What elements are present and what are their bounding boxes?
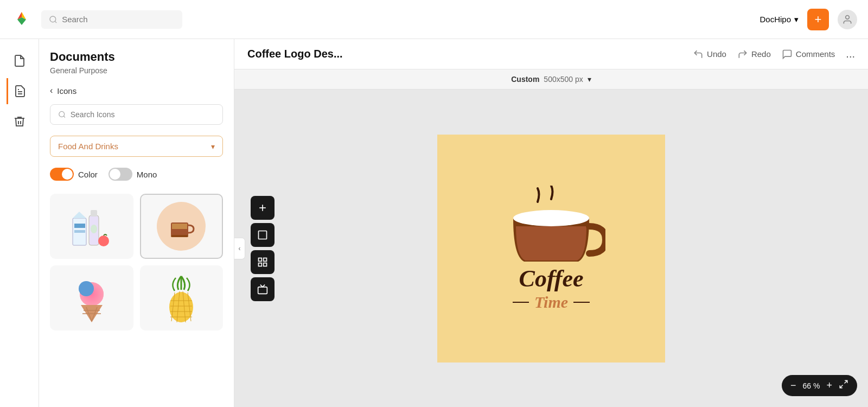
doc-title: Coffee Logo Des...	[247, 48, 343, 60]
mono-toggle-item[interactable]: Mono	[108, 168, 157, 181]
logo[interactable]	[11, 8, 33, 31]
svg-rect-42	[259, 258, 262, 261]
search-input[interactable]	[62, 15, 175, 24]
document-icon	[13, 54, 26, 67]
header-right: DocHipo ▾ +	[760, 9, 857, 30]
icons-grid	[50, 194, 223, 330]
svg-rect-44	[259, 263, 262, 266]
zoom-out-button[interactable]: −	[790, 380, 796, 391]
canvas-workspace: ‹	[234, 90, 868, 407]
elements-icon	[14, 85, 27, 98]
canvas-size-bar: Custom 500x500 px ▾	[234, 69, 868, 90]
crop-tool[interactable]	[251, 223, 275, 247]
svg-point-14	[91, 225, 97, 233]
header: DocHipo ▾ +	[0, 0, 868, 39]
sidebar-item-document[interactable]	[7, 48, 33, 74]
svg-rect-45	[264, 263, 267, 266]
zoom-in-tool[interactable]	[251, 196, 275, 220]
zoom-in-button[interactable]: +	[826, 380, 832, 391]
undo-button[interactable]: Undo	[693, 49, 726, 60]
svg-rect-17	[172, 224, 187, 229]
svg-rect-11	[74, 230, 85, 233]
panel: Documents General Purpose ‹ Icons Food A…	[39, 39, 234, 407]
category-dropdown[interactable]: Food And Drinks ▾	[50, 136, 223, 157]
canvas-toolbar: Coffee Logo Des... Undo Redo	[234, 39, 868, 69]
svg-rect-18	[171, 235, 188, 237]
pineapple-icon	[165, 274, 197, 322]
svg-point-15	[98, 236, 109, 246]
icon-sidebar	[0, 39, 39, 407]
search-bar[interactable]	[41, 10, 182, 29]
svg-point-3	[846, 15, 850, 19]
back-arrow[interactable]: ‹	[50, 86, 53, 96]
zoom-value: 66 %	[803, 381, 820, 390]
coffee-cup-canvas-icon	[497, 186, 605, 272]
svg-point-47	[513, 210, 589, 226]
add-button[interactable]: +	[807, 9, 829, 30]
panel-subtitle: General Purpose	[50, 66, 223, 75]
time-text: Time	[534, 293, 568, 311]
svg-point-24	[79, 281, 94, 296]
animation-tool[interactable]	[251, 277, 275, 301]
redo-icon	[737, 49, 748, 60]
svg-rect-41	[259, 231, 267, 239]
canvas-size-chevron-icon[interactable]: ▾	[588, 75, 591, 84]
toggle-row: Color Mono	[50, 168, 223, 181]
coffee-text: Coffee	[513, 267, 590, 291]
search-icons-bar[interactable]	[50, 104, 223, 125]
icon-card-icecream[interactable]	[50, 265, 133, 330]
search-icons-icon	[58, 110, 66, 119]
search-icons-input[interactable]	[71, 110, 215, 119]
fullscreen-icon	[839, 379, 848, 389]
user-avatar[interactable]	[838, 10, 857, 29]
color-toggle[interactable]	[50, 168, 74, 181]
icon-card-coffee-mug[interactable]	[140, 194, 224, 259]
svg-marker-9	[73, 212, 86, 218]
mono-toggle[interactable]	[108, 168, 132, 181]
section-label: Icons	[57, 86, 76, 96]
panel-section-header[interactable]: ‹ Icons	[50, 86, 223, 96]
fullscreen-button[interactable]	[839, 379, 848, 392]
comments-icon	[782, 49, 793, 60]
animation-icon	[257, 284, 268, 295]
user-icon	[842, 14, 853, 25]
canvas-side-tools	[251, 196, 275, 301]
svg-line-48	[845, 380, 847, 383]
svg-rect-43	[264, 258, 267, 261]
zoom-bar: − 66 % +	[782, 375, 857, 396]
grid-icon	[257, 257, 268, 268]
icon-card-pineapple[interactable]	[140, 265, 224, 330]
svg-line-7	[63, 116, 65, 118]
collapse-panel-button[interactable]: ‹	[234, 238, 245, 259]
canvas-area: Coffee Logo Des... Undo Redo	[234, 39, 868, 407]
svg-rect-10	[74, 224, 85, 228]
sidebar-item-elements[interactable]	[7, 78, 33, 104]
comments-button[interactable]: Comments	[782, 49, 835, 60]
undo-icon	[693, 49, 704, 60]
icecream-icon	[73, 274, 111, 322]
coffee-mug-small-icon	[167, 212, 196, 241]
redo-button[interactable]: Redo	[737, 49, 771, 60]
plus-icon	[257, 202, 268, 213]
icon-card-food[interactable]	[50, 194, 133, 259]
svg-rect-46	[258, 287, 267, 294]
trash-icon	[13, 115, 26, 128]
color-toggle-item[interactable]: Color	[50, 168, 98, 181]
search-icon	[49, 15, 58, 24]
crop-icon	[257, 230, 268, 240]
svg-line-2	[55, 21, 56, 23]
more-button[interactable]: ...	[846, 48, 855, 60]
svg-rect-13	[91, 210, 97, 217]
svg-point-6	[59, 111, 65, 117]
dochipo-menu[interactable]: DocHipo ▾	[760, 15, 799, 24]
toolbar-actions: Undo Redo Comments ...	[693, 48, 855, 60]
svg-point-1	[50, 16, 56, 22]
sidebar-item-trash[interactable]	[7, 109, 33, 135]
panel-title: Documents	[50, 50, 223, 64]
food-icon	[70, 202, 113, 251]
dropdown-chevron-icon: ▾	[211, 142, 215, 151]
svg-line-49	[840, 385, 843, 388]
grid-tool[interactable]	[251, 250, 275, 274]
coffee-design-canvas: Coffee Time	[437, 135, 665, 363]
